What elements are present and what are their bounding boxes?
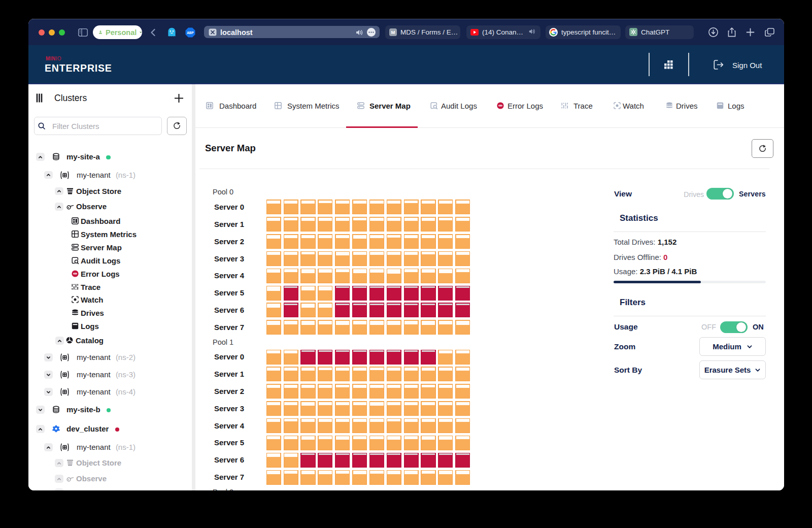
svg-text:ABP: ABP bbox=[187, 30, 194, 34]
svg-text:M: M bbox=[391, 29, 395, 35]
